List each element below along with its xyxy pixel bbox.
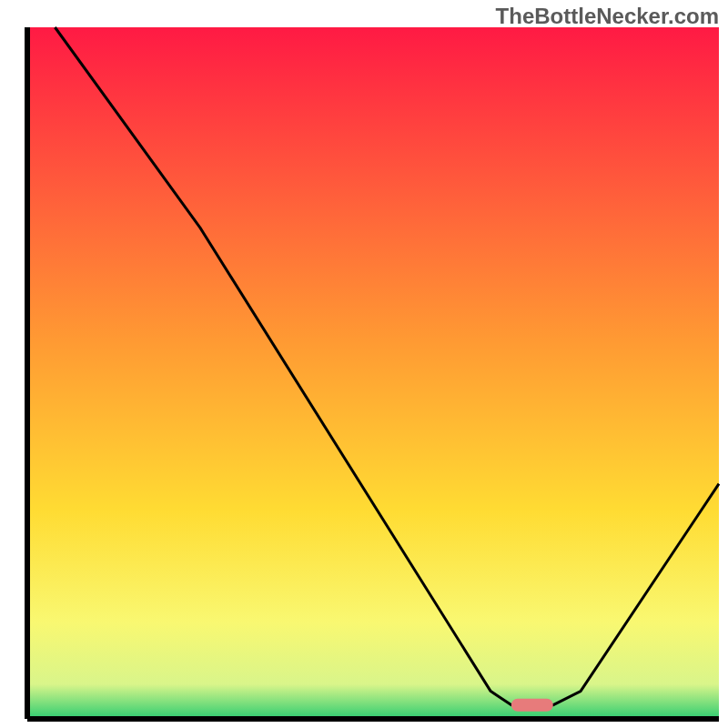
- chart-container: TheBottleNecker.com: [0, 0, 728, 728]
- optimal-marker: [511, 699, 553, 712]
- watermark-text: TheBottleNecker.com: [496, 4, 719, 29]
- bottleneck-chart: [0, 0, 728, 728]
